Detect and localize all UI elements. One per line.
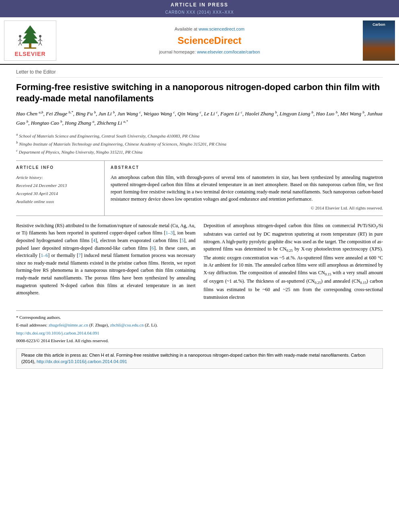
article-info-heading: ARTICLE INFO [16, 165, 99, 170]
abstract-column: ABSTRACT An amorphous carbon thin film, … [105, 161, 383, 215]
svg-line-10 [20, 43, 22, 45]
citation-doi-link[interactable]: http://dx.doi.org/10.1016/j.carbon.2014.… [37, 359, 127, 364]
journal-homepage-text: journal homepage: www.elsevier.com/locat… [60, 49, 359, 55]
svg-line-15 [39, 43, 40, 45]
received-date: Received 24 December 2013 [16, 182, 99, 190]
ref-link-4[interactable]: 4 [93, 238, 95, 243]
svg-point-5 [19, 35, 21, 37]
copyright-line: © 2014 Elsevier Ltd. All rights reserved… [111, 205, 383, 211]
ref-link-6[interactable]: 6 [152, 245, 154, 251]
body-right-column: Deposition of amorphous nitrogen-doped c… [204, 222, 383, 304]
email-link-1[interactable]: zhugefei@nimte.ac.cn [49, 322, 88, 327]
journal-homepage-url[interactable]: www.elsevier.com/locate/carbon [197, 49, 260, 54]
article-title: Forming-free resistive switching in a na… [16, 82, 383, 105]
affiliation-a: a School of Materials Science and Engine… [16, 131, 383, 140]
article-history: Article history: Received 24 December 20… [16, 174, 99, 205]
doi-line: http://dx.doi.org/10.1016/j.carbon.2014.… [16, 330, 383, 337]
sciencedirect-logo-text: ScienceDirect [60, 34, 359, 47]
footnote-area: * Corresponding authors. E-mail addresse… [16, 310, 383, 344]
article-info-column: ARTICLE INFO Article history: Received 2… [16, 161, 105, 215]
svg-point-11 [39, 35, 41, 37]
elsevier-tree-icon [12, 23, 48, 49]
journal-header: ELSEVIER Available at www.sciencedirect.… [0, 17, 399, 65]
body-right-text: Deposition of amorphous nitrogen-doped c… [204, 222, 383, 301]
affiliations-list: a School of Materials Science and Engine… [16, 131, 383, 156]
citation-text: Please cite this article in press as: Ch… [21, 353, 365, 364]
abstract-heading: ABSTRACT [111, 165, 383, 170]
carbon-journal-cover: Carbon [363, 21, 395, 61]
sciencedirect-url[interactable]: www.sciencedirect.com [199, 27, 245, 31]
citation-box: Please cite this article in press as: Ch… [16, 348, 383, 369]
doi-link[interactable]: http://dx.doi.org/10.1016/j.carbon.2014.… [16, 331, 99, 335]
elsevier-logo: ELSEVIER [4, 21, 56, 61]
svg-rect-1 [24, 47, 36, 49]
issn-line: 0008-6223/© 2014 Elsevier Ltd. All right… [16, 337, 383, 344]
svg-line-16 [40, 43, 42, 45]
corresponding-authors-label: * Corresponding authors. [16, 314, 383, 321]
svg-rect-0 [29, 43, 31, 48]
available-online: Available online xxxx [16, 198, 99, 206]
main-content: Letter to the Editor Forming-free resist… [0, 65, 399, 373]
body-text-columns: Resistive switching (RS) attributed to t… [16, 222, 383, 304]
body-left-text: Resistive switching (RS) attributed to t… [16, 222, 195, 297]
carbon-cover-title: Carbon [372, 22, 385, 27]
email-addresses: E-mail addresses: zhugefei@nimte.ac.cn (… [16, 322, 383, 329]
section-label: Letter to the Editor [16, 69, 383, 78]
affiliation-b: b Ningbo Institute of Materials Technolo… [16, 140, 383, 148]
svg-marker-4 [22, 34, 39, 43]
ref-link-5[interactable]: 5 [181, 238, 184, 243]
abstract-text: An amorphous carbon thin film, with thro… [111, 174, 383, 203]
email-link-2[interactable]: zhchli@csu.edu.cn [110, 322, 144, 327]
ref-link-7[interactable]: 7 [78, 253, 81, 258]
elsevier-wordmark: ELSEVIER [14, 50, 45, 58]
accepted-date: Accepted 30 April 2014 [16, 190, 99, 198]
article-history-label: Article history: [16, 174, 99, 182]
authors-list: Hao Chen a,b, Fei Zhuge b,*, Bing Fu b, … [16, 109, 383, 127]
article-info-abstract-section: ARTICLE INFO Article history: Received 2… [16, 160, 383, 216]
journal-center-header: Available at www.sciencedirect.com Scien… [60, 26, 359, 55]
affiliation-c: c Department of Physics, Ningbo Universi… [16, 148, 383, 156]
body-left-column: Resistive switching (RS) attributed to t… [16, 222, 195, 304]
available-at-text: Available at www.sciencedirect.com [60, 26, 359, 32]
journal-ref-line: CARBON XXX (2014) XXX–XXX [0, 10, 399, 17]
article-in-press-banner: ARTICLE IN PRESS [0, 0, 399, 10]
ref-link-1-6[interactable]: 1–6 [41, 253, 48, 258]
ref-link-1-3[interactable]: 1–3 [166, 230, 173, 236]
svg-line-9 [19, 43, 20, 45]
